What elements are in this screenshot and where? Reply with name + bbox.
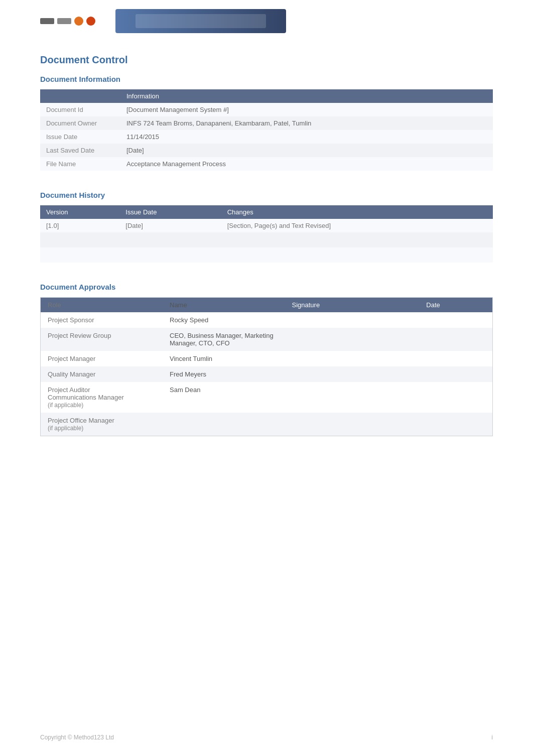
date-auditor	[419, 382, 492, 413]
info-header: Information	[120, 89, 493, 103]
date-review-group	[419, 328, 492, 351]
footer-copyright: Copyright © Method123 Ltd	[40, 734, 114, 741]
role-office-manager: Project Office Manager (if applicable)	[41, 413, 163, 436]
col-date: Date	[419, 298, 492, 313]
label-issue-date: Issue Date	[40, 130, 120, 144]
table-row: Project Review Group CEO, Business Manag…	[41, 328, 493, 351]
table-row: Last Saved Date [Date]	[40, 144, 493, 157]
logo-bar2	[57, 18, 71, 24]
doc-info-section: Document Information Information Documen…	[40, 75, 493, 171]
logo-dot2	[86, 17, 95, 26]
col-issue-date: Issue Date	[119, 205, 221, 219]
empty-cell	[221, 247, 493, 263]
name-vincent-tumlin: Vincent Tumlin	[163, 351, 285, 366]
col-changes: Changes	[221, 205, 493, 219]
history-date: [Date]	[119, 219, 221, 232]
doc-approvals-title: Document Approvals	[40, 283, 493, 291]
table-row: File Name Acceptance Management Process	[40, 157, 493, 171]
logo-bar1	[40, 18, 54, 24]
sig-sponsor	[285, 312, 420, 328]
doc-history-section: Document History Version Issue Date Chan…	[40, 191, 493, 263]
doc-history-table: Version Issue Date Changes [1.0] [Date] …	[40, 205, 493, 263]
date-office	[419, 413, 492, 436]
value-doc-owner: INFS 724 Team Broms, Danapaneni, Ekambar…	[120, 116, 493, 130]
empty-cell	[40, 232, 119, 247]
role-comms-manager: Communications Manager	[48, 394, 124, 401]
name-rocky-speed: Rocky Speed	[163, 312, 285, 328]
date-quality	[419, 366, 492, 382]
role-review-group: Project Review Group	[41, 328, 163, 351]
empty-cell	[40, 247, 119, 263]
label-doc-owner: Document Owner	[40, 116, 120, 130]
col-name: Name	[163, 298, 285, 313]
doc-history-title: Document History	[40, 191, 493, 199]
table-row	[40, 232, 493, 247]
logo-dot1	[74, 17, 83, 26]
label-file-name: File Name	[40, 157, 120, 171]
sig-manager	[285, 351, 420, 366]
doc-info-table: Information Document Id [Document Manage…	[40, 89, 493, 171]
role-project-manager: Project Manager	[41, 351, 163, 366]
date-sponsor	[419, 312, 492, 328]
name-office-manager	[163, 413, 285, 436]
role-auditor-comms: Project Auditor Communications Manager (…	[41, 382, 163, 413]
value-issue-date: 11/14/2015	[120, 130, 493, 144]
value-last-saved: [Date]	[120, 144, 493, 157]
value-doc-id: [Document Management System #]	[120, 103, 493, 116]
empty-cell	[119, 232, 221, 247]
sig-quality	[285, 366, 420, 382]
table-row: Project Sponsor Rocky Speed	[41, 312, 493, 328]
name-sam-dean: Sam Dean	[163, 382, 285, 413]
table-row: Project Office Manager (if applicable)	[41, 413, 493, 436]
role-project-sponsor: Project Sponsor	[41, 312, 163, 328]
logo	[40, 17, 95, 26]
table-row: Project Manager Vincent Tumlin	[41, 351, 493, 366]
page-footer: Copyright © Method123 Ltd i	[0, 734, 533, 741]
empty-cell	[119, 247, 221, 263]
table-row	[40, 247, 493, 263]
page-header	[40, 0, 493, 42]
name-fred-meyers: Fred Meyers	[163, 366, 285, 382]
doc-approvals-section: Document Approvals Role Name Signature D…	[40, 283, 493, 436]
info-blank-header	[40, 89, 120, 103]
sig-auditor	[285, 382, 420, 413]
main-title: Document Control	[40, 54, 493, 66]
role-office-applicable: (if applicable)	[48, 425, 83, 432]
history-version: [1.0]	[40, 219, 119, 232]
label-doc-id: Document Id	[40, 103, 120, 116]
value-file-name: Acceptance Management Process	[120, 157, 493, 171]
table-row: Document Id [Document Management System …	[40, 103, 493, 116]
empty-cell	[221, 232, 493, 247]
doc-info-title: Document Information	[40, 75, 493, 83]
header-banner	[115, 9, 286, 33]
sig-office	[285, 413, 420, 436]
table-row: Quality Manager Fred Meyers	[41, 366, 493, 382]
label-last-saved: Last Saved Date	[40, 144, 120, 157]
name-review-group: CEO, Business Manager, Marketing Manager…	[163, 328, 285, 351]
role-comms-applicable: (if applicable)	[48, 402, 83, 409]
history-changes: [Section, Page(s) and Text Revised]	[221, 219, 493, 232]
header-banner-inner	[136, 14, 266, 28]
doc-approvals-table: Role Name Signature Date Project Sponsor…	[40, 297, 493, 436]
sig-review-group	[285, 328, 420, 351]
date-manager	[419, 351, 492, 366]
col-version: Version	[40, 205, 119, 219]
col-signature: Signature	[285, 298, 420, 313]
footer-page: i	[491, 734, 493, 741]
col-role: Role	[41, 298, 163, 313]
table-row: [1.0] [Date] [Section, Page(s) and Text …	[40, 219, 493, 232]
role-quality-manager: Quality Manager	[41, 366, 163, 382]
table-row: Document Owner INFS 724 Team Broms, Dana…	[40, 116, 493, 130]
table-row: Issue Date 11/14/2015	[40, 130, 493, 144]
table-row: Project Auditor Communications Manager (…	[41, 382, 493, 413]
